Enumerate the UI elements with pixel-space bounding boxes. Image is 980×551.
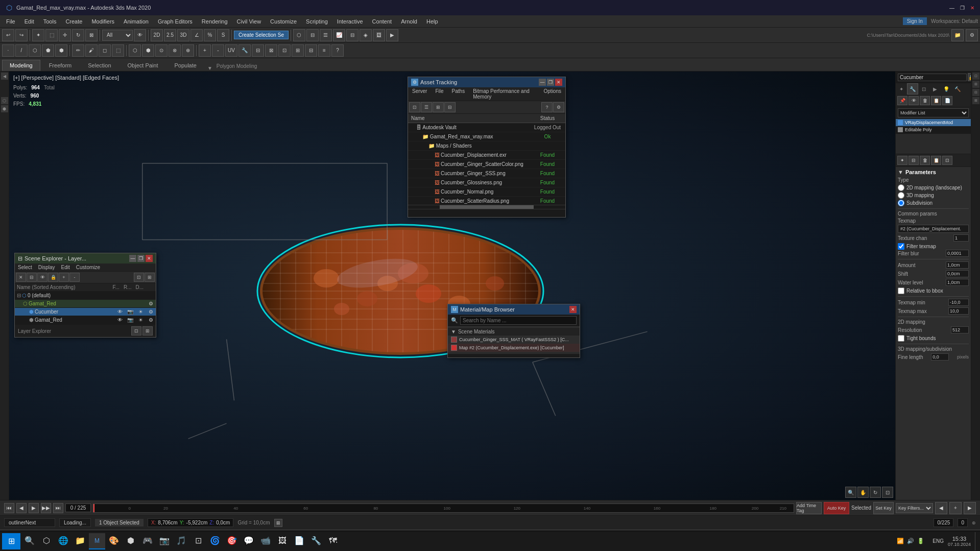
set-key-btn[interactable]: Set Key: [873, 502, 894, 514]
ls-btn-2[interactable]: ⬡: [1, 97, 8, 104]
taskbar-app3[interactable]: ⬢: [123, 533, 139, 549]
at-menu-options[interactable]: Options: [540, 87, 565, 101]
se-tb-filter[interactable]: ✕: [16, 273, 26, 282]
border-btn[interactable]: ⬡: [29, 44, 41, 57]
at-menu-bitmap[interactable]: Bitmap Performance and Memory: [469, 87, 539, 101]
tab-freeform[interactable]: Freeform: [41, 60, 80, 71]
rp-icon-c[interactable]: 🗑: [920, 156, 930, 165]
se-tb-r1[interactable]: ⊡: [134, 273, 144, 282]
edge-btn[interactable]: /: [15, 44, 28, 57]
rp-tab-display[interactable]: 💡: [941, 83, 952, 94]
rp-copy-btn[interactable]: 📋: [931, 96, 941, 105]
snap-3d-btn[interactable]: 3D: [177, 29, 189, 41]
add-keyframe-btn[interactable]: +: [949, 502, 962, 514]
at-tb-2[interactable]: ☰: [421, 102, 432, 112]
weld-btn[interactable]: ⊟: [305, 44, 317, 57]
select-btn[interactable]: ✦: [32, 29, 44, 41]
tab-object-paint[interactable]: Object Paint: [120, 60, 166, 71]
water-level-input[interactable]: [946, 279, 969, 286]
mat-scrollbar[interactable]: [448, 353, 580, 357]
se-tb-vis[interactable]: 👁: [37, 273, 47, 282]
taskbar-app8[interactable]: 🌀: [207, 533, 223, 549]
rp-tab-utilities[interactable]: 🔨: [952, 83, 963, 94]
close-btn[interactable]: ✕: [969, 4, 976, 11]
relax-btn[interactable]: ⊟: [252, 44, 264, 57]
se-row-default[interactable]: ⊟ ⬡ 0 (default): [15, 292, 156, 300]
filter-texmap-check[interactable]: [898, 243, 904, 250]
undo-btn[interactable]: ↩: [2, 29, 14, 41]
prev-frame-btn[interactable]: ◀: [16, 503, 27, 513]
taskbar-app15[interactable]: 🗺: [325, 533, 341, 549]
taskbar-taskview[interactable]: ⬡: [38, 533, 55, 549]
auto-key-btn[interactable]: Auto Key: [824, 502, 849, 514]
relative-bbox-check[interactable]: [898, 288, 904, 294]
rp-pin-btn[interactable]: 📌: [897, 96, 907, 105]
zoom-btn[interactable]: 🔍: [845, 487, 856, 498]
sys-volume-icon[interactable]: 🔊: [907, 538, 914, 544]
se-tb-r2[interactable]: ⊞: [145, 273, 155, 282]
mirror-btn[interactable]: ⬡: [293, 29, 305, 41]
ls-btn-3[interactable]: ⬢: [1, 105, 8, 112]
taskbar-app14[interactable]: 🔧: [308, 533, 324, 549]
move-btn[interactable]: ✛: [59, 29, 71, 41]
amount-input[interactable]: [946, 261, 969, 269]
grow-btn[interactable]: +: [199, 44, 211, 57]
timeline-bar[interactable]: 0 20 40 60 80 100 120 140 160 180 200 21…: [93, 504, 794, 513]
menu-animation[interactable]: Animation: [119, 17, 153, 26]
nav-right-btn[interactable]: ▶: [964, 502, 976, 514]
menu-rendering[interactable]: Rendering: [198, 17, 232, 26]
frame-end-btn[interactable]: ⏭: [53, 503, 63, 513]
se-tb-collapse[interactable]: -: [69, 273, 80, 282]
asset-restore-btn[interactable]: ❐: [547, 79, 554, 86]
se-row-gamat-red-1[interactable]: ⬡ Gamat_Red ⚙: [15, 300, 156, 308]
taskbar-explorer[interactable]: 📁: [72, 533, 88, 549]
element-btn[interactable]: ⬢: [55, 44, 67, 57]
mat-item-2[interactable]: Map #2 (Cucumber_Displacement.exe) [Cucu…: [448, 344, 580, 352]
rp-show-btn[interactable]: 👁: [909, 96, 919, 105]
filter-blur-input[interactable]: [946, 250, 969, 257]
start-button[interactable]: ⊞: [2, 533, 20, 549]
schematic-view-btn[interactable]: ⊟: [346, 29, 358, 41]
se-footer-btn2[interactable]: ⊞: [142, 326, 153, 336]
taskbar-app10[interactable]: 💬: [241, 533, 257, 549]
se-tb-expand[interactable]: +: [59, 273, 69, 282]
nav-left-btn[interactable]: ◀: [935, 502, 947, 514]
se-display-tab[interactable]: Display: [35, 263, 58, 271]
taskbar-photoshop[interactable]: 🎨: [106, 533, 122, 549]
align-uv-btn[interactable]: ⊠: [265, 44, 277, 57]
se-tb-sort[interactable]: ⊟: [27, 273, 37, 282]
at-row-exr[interactable]: 🖼Cucumber_Displacement.exr Found: [408, 151, 565, 160]
open-uv-btn[interactable]: UV: [225, 44, 237, 57]
rp-tab-motion[interactable]: ▶: [929, 83, 941, 94]
ring-btn[interactable]: ⊗: [169, 44, 181, 57]
ls-btn-1[interactable]: ◀: [1, 73, 8, 80]
menu-help[interactable]: Help: [422, 17, 442, 26]
menu-scripting[interactable]: Scripting: [302, 17, 332, 26]
create-selection-btn[interactable]: Create Selection Se: [234, 31, 289, 39]
at-row-png3[interactable]: 🖼Cucumber_Glossiness.png Found: [408, 178, 565, 187]
help-btn[interactable]: ?: [331, 44, 344, 57]
snap-25d-btn[interactable]: 2.5: [164, 29, 176, 41]
menu-modifiers[interactable]: Modifiers: [87, 17, 118, 26]
taskbar-edge[interactable]: 🌐: [55, 533, 71, 549]
taskbar-app7[interactable]: ⊡: [190, 533, 206, 549]
menu-file[interactable]: File: [2, 17, 19, 26]
curve-editor-btn[interactable]: 📈: [333, 29, 345, 41]
view-btn[interactable]: 👁: [134, 29, 146, 41]
scene-explorer-header[interactable]: ⊟ Scene Explorer - Layer... — ❐ ✕: [15, 253, 156, 263]
menu-arnold[interactable]: Arnold: [397, 17, 421, 26]
add-key-icon[interactable]: ⊕: [972, 520, 976, 525]
se-footer-btn1[interactable]: ⊡: [131, 326, 141, 336]
orbit-btn[interactable]: ↻: [870, 487, 881, 498]
rp-icon-e[interactable]: ⊡: [942, 156, 952, 165]
rp-tab-create[interactable]: ✦: [896, 83, 907, 94]
bridge-btn[interactable]: ⬢: [142, 44, 154, 57]
pan-btn[interactable]: ✋: [857, 487, 869, 498]
shift-input[interactable]: [946, 270, 969, 277]
shrink-btn[interactable]: -: [212, 44, 224, 57]
mat-section-header[interactable]: ▼ Scene Materials: [448, 328, 580, 336]
texmap-max-input[interactable]: [948, 307, 969, 315]
type-2d-radio[interactable]: [898, 184, 904, 191]
play-btn[interactable]: ▶: [29, 503, 39, 513]
extrude-btn[interactable]: ⬚: [112, 44, 124, 57]
